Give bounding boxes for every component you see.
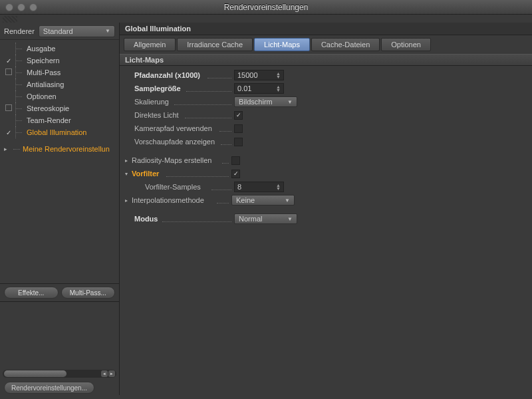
tree-item-speichern[interactable]: ✓Speichern: [0, 55, 119, 66]
panel-title: Global Illumination: [120, 23, 532, 35]
vorfilter-label: Vorfilter: [132, 170, 231, 178]
spinner-icon[interactable]: ▲▼: [276, 184, 281, 190]
chevron-down-icon: ▼: [287, 216, 293, 222]
multipass-button[interactable]: Multi-Pass...: [61, 287, 116, 299]
pfadanzahl-input[interactable]: 15000▲▼: [234, 70, 284, 80]
renderer-label: Renderer: [4, 27, 35, 35]
tree-item-optionen[interactable]: Optionen: [0, 90, 119, 102]
scroll-right-icon[interactable]: ▸: [108, 370, 115, 377]
samplesize-input[interactable]: 0.01▲▼: [234, 83, 284, 94]
expand-icon[interactable]: ▸: [125, 158, 132, 164]
tab-irradiancecache[interactable]: Irradiance Cache: [177, 38, 253, 51]
chevron-down-icon: ▼: [285, 198, 290, 203]
tree-item-teamrender[interactable]: Team-Render: [0, 114, 119, 126]
kamerapfad-checkbox[interactable]: [234, 124, 243, 133]
tree-item-antialiasing[interactable]: Antialiasing: [0, 78, 119, 90]
radiosity-label: Radiosity-Maps erstellen: [132, 156, 231, 164]
tree-item-multipass[interactable]: Multi-Pass: [0, 66, 119, 78]
kamerapfad-label: Kamerapfad verwenden: [134, 124, 234, 132]
interpolation-select[interactable]: Keine▼: [231, 195, 295, 205]
chevron-down-icon: ▼: [105, 28, 110, 34]
tree-item-ausgabe[interactable]: Ausgabe: [0, 43, 119, 55]
tab-allgemein[interactable]: Allgemein: [124, 38, 176, 51]
tree-label: Multi-Pass: [27, 68, 61, 76]
radiosity-checkbox[interactable]: [231, 156, 240, 165]
tree-item-globalillumination[interactable]: ✓Global Illumination: [0, 126, 119, 138]
tree-label: Ausgabe: [27, 45, 55, 53]
scroll-left-icon[interactable]: ◂: [101, 370, 108, 377]
tree-label: Team-Render: [27, 116, 71, 124]
tree-item-stereoskopie[interactable]: Stereoskopie: [0, 102, 119, 114]
tab-lichtmaps[interactable]: Licht-Maps: [254, 38, 310, 51]
zoom-icon[interactable]: [29, 3, 37, 11]
tree-label: Optionen: [27, 92, 57, 100]
skalierung-select[interactable]: Bildschirm▼: [234, 96, 297, 107]
drag-handle-icon[interactable]: [3, 16, 17, 23]
skalierung-label: Skalierung: [134, 98, 234, 106]
tree-checkbox[interactable]: ✓: [4, 129, 13, 136]
tree-label: Antialiasing: [27, 80, 64, 88]
collapse-icon[interactable]: ▾: [125, 171, 132, 177]
expand-icon[interactable]: ▸: [4, 146, 11, 152]
direktes-checkbox[interactable]: ✓: [234, 111, 243, 120]
tree-label: Global Illumination: [27, 128, 87, 136]
spinner-icon[interactable]: ▲▼: [276, 85, 281, 92]
expand-icon[interactable]: ▸: [125, 198, 132, 203]
renderer-value: Standard: [43, 27, 73, 35]
tab-cachedateien[interactable]: Cache-Dateien: [311, 38, 380, 51]
renderer-dropdown[interactable]: Standard ▼: [39, 25, 115, 37]
vorfilter-samples-input[interactable]: 8▲▼: [234, 182, 284, 192]
tree-label: Speichern: [27, 57, 60, 65]
pfadanzahl-label: Pfadanzahl (x1000): [134, 71, 234, 79]
render-settings-button[interactable]: Rendervoreinstellungen...: [4, 382, 94, 394]
section-header: Licht-Maps: [120, 54, 532, 66]
preset-label: Meine Rendervoreinstellun: [23, 145, 110, 153]
window-title: Rendervoreinstellungen: [0, 3, 532, 12]
tree-checkbox[interactable]: [4, 68, 13, 76]
interpolation-label: Interpolationsmethode: [132, 196, 231, 204]
vorfilter-checkbox[interactable]: ✓: [231, 170, 240, 178]
tree-checkbox[interactable]: [4, 104, 13, 112]
horizontal-scrollbar[interactable]: ◂ ▸: [3, 370, 116, 378]
titlebar: Rendervoreinstellungen: [0, 0, 532, 15]
spinner-icon[interactable]: ▲▼: [276, 72, 281, 78]
direktes-label: Direktes Licht: [134, 111, 234, 119]
tree-label: Stereoskopie: [27, 104, 69, 112]
samplesize-label: Samplegröße: [134, 84, 234, 92]
modus-label: Modus: [134, 215, 234, 223]
vorschau-label: Vorschaupfade anzeigen: [134, 138, 234, 146]
chevron-down-icon: ▼: [287, 99, 293, 105]
preset-row[interactable]: ▸ Meine Rendervoreinstellun: [4, 145, 115, 153]
main-panel: Global Illumination AllgemeinIrradiance …: [120, 23, 532, 395]
tab-optionen[interactable]: Optionen: [381, 38, 431, 51]
scrollbar-thumb[interactable]: [4, 370, 66, 377]
vorschau-checkbox[interactable]: [234, 138, 243, 146]
sidebar: Renderer Standard ▼ Ausgabe✓SpeichernMul…: [0, 23, 120, 395]
effects-button[interactable]: Effekte...: [4, 287, 59, 299]
close-icon[interactable]: [5, 3, 13, 11]
minimize-icon[interactable]: [17, 3, 25, 11]
tree-checkbox[interactable]: ✓: [4, 57, 13, 65]
vorfilter-samples-label: Vorfilter-Samples: [145, 183, 234, 191]
modus-select[interactable]: Normal▼: [234, 213, 297, 224]
